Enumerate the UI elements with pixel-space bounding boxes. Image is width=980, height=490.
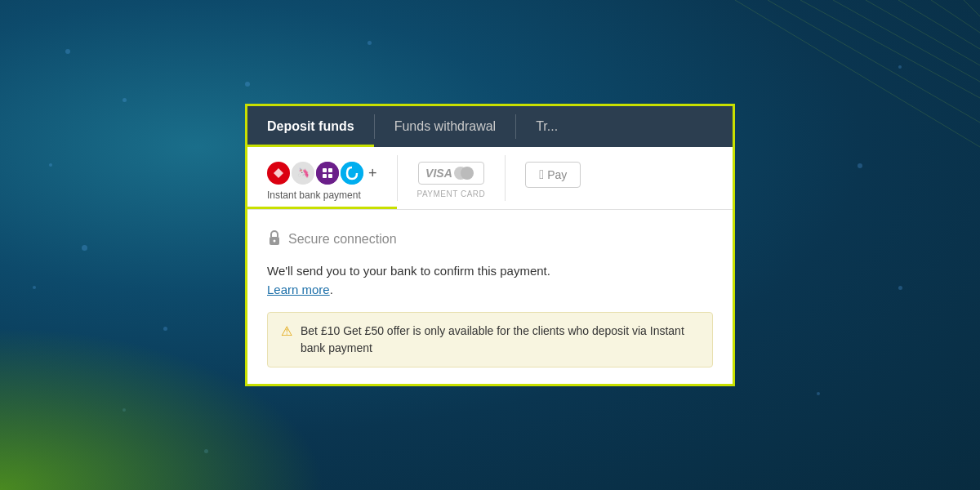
offer-text: Bet £10 Get £50 offer is only available … [301, 323, 699, 357]
warning-icon: ⚠ [281, 323, 292, 339]
svg-point-20 [274, 240, 276, 243]
svg-rect-14 [323, 168, 327, 172]
svg-rect-17 [328, 174, 332, 178]
svg-rect-16 [323, 174, 327, 178]
card-logos: VISA [418, 162, 484, 185]
svg-point-13 [316, 162, 339, 185]
lock-icon [267, 229, 282, 249]
bank-logo-4 [341, 162, 363, 185]
modal-content: 🦄 [247, 147, 733, 384]
payment-option-apple-pay[interactable]:  Pay [506, 147, 600, 209]
payment-card-label: PAYMENT CARD [417, 189, 486, 198]
svg-line-4 [931, 0, 980, 33]
info-text-main: We'll send you to your bank to confirm t… [267, 264, 550, 278]
background-lines [735, 0, 980, 245]
apple-pay-box:  Pay [525, 162, 581, 188]
svg-line-5 [964, 0, 980, 16]
tab-deposit[interactable]: Deposit funds [247, 106, 374, 147]
instant-bank-label: Instant bank payment [267, 189, 361, 201]
plus-sign: + [368, 165, 377, 182]
bank-logo-2: 🦄 [292, 162, 314, 185]
secure-connection-label: Secure connection [288, 232, 397, 247]
tab-bar: Deposit funds Funds withdrawal Tr... [247, 106, 733, 147]
visa-logo: VISA [425, 167, 452, 180]
bank-logos: 🦄 [267, 162, 377, 185]
info-suffix: . [330, 283, 333, 296]
payment-methods-row: 🦄 [247, 147, 733, 210]
svg-rect-15 [328, 168, 332, 172]
learn-more-link[interactable]: Learn more [267, 283, 330, 296]
info-paragraph: We'll send you to your bank to confirm t… [267, 262, 713, 299]
svg-line-7 [768, 0, 980, 122]
tab-transactions[interactable]: Tr... [516, 106, 577, 147]
payment-option-card[interactable]: VISA PAYMENT CARD [398, 147, 506, 209]
apple-pay-text: Pay [547, 168, 567, 181]
mastercard-logo [454, 166, 477, 180]
svg-text:🦄: 🦄 [297, 167, 310, 179]
bank-logo-3 [316, 162, 339, 185]
apple-icon:  [539, 167, 544, 182]
tab-withdrawal[interactable]: Funds withdrawal [375, 106, 516, 147]
hsbc-logo [267, 162, 290, 185]
svg-line-2 [866, 0, 980, 65]
svg-line-8 [735, 0, 980, 147]
svg-point-18 [341, 162, 363, 185]
offer-banner: ⚠ Bet £10 Get £50 offer is only availabl… [267, 312, 713, 368]
modal: Deposit funds Funds withdrawal Tr... [245, 104, 735, 386]
payment-option-instant-bank[interactable]: 🦄 [247, 147, 397, 209]
secure-connection-row: Secure connection [267, 229, 713, 249]
main-content-area: Secure connection We'll send you to your… [247, 210, 733, 384]
svg-line-1 [833, 0, 980, 82]
